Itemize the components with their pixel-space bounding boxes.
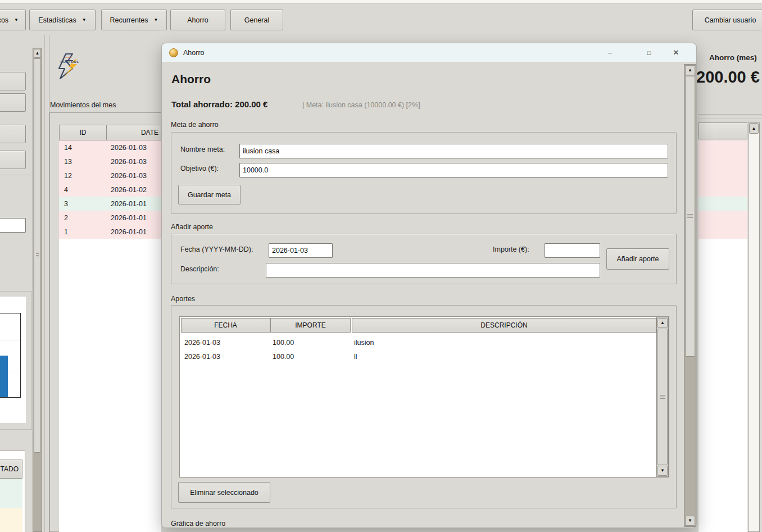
button-label: General — [244, 16, 269, 24]
panel-edge — [25, 451, 25, 532]
right-table-row-green — [698, 197, 747, 211]
table-row[interactable]: 22026-01-01 — [59, 211, 161, 225]
toolbar-button-general[interactable]: General — [230, 10, 283, 30]
amount-label: Importe (€): — [493, 245, 529, 253]
mini-chart-canvas — [0, 297, 26, 423]
contributions-label: Aportes — [171, 295, 195, 303]
scroll-up-button[interactable]: ▲ — [685, 65, 695, 75]
column-header-label: DESCRIPCIÓN — [480, 321, 527, 329]
scroll-up-button[interactable]: ▲ — [749, 123, 759, 134]
scroll-up-button[interactable]: ▲ — [657, 318, 668, 328]
ahorro-dialog: Ahorro – □ ✕ Ahorro Total ahorrado: 200.… — [161, 43, 697, 528]
contrib-header-importe[interactable]: IMPORTE — [270, 318, 351, 333]
table-row[interactable]: 2026-01-03 100.00 ilusion — [180, 335, 656, 349]
date-label: Fecha (YYYY-MM-DD): — [180, 245, 253, 253]
table-row[interactable]: 12026-01-01 — [59, 225, 161, 239]
button-label: Ahorro — [187, 16, 208, 24]
right-table-body — [698, 239, 747, 532]
dialog-scrollbar-thumb[interactable] — [685, 76, 695, 357]
movements-header-id[interactable]: ID — [59, 125, 107, 140]
app-window-icon — [169, 48, 178, 57]
table-row[interactable]: 42026-01-02 — [59, 183, 161, 197]
sidebar-partial-button[interactable] — [0, 151, 26, 169]
minimize-icon: – — [607, 48, 611, 57]
scroll-up-button[interactable]: ▲ — [34, 49, 41, 58]
goal-section-label: Meta de ahorro — [171, 121, 219, 129]
table-row[interactable]: 2026-01-03 100.00 ll — [180, 349, 656, 363]
panel-divider — [0, 175, 31, 175]
table-row[interactable]: 142026-01-03 — [59, 140, 161, 154]
contributions-scrollbar[interactable]: ▲ ▼ — [656, 317, 669, 477]
goal-name-input[interactable] — [239, 144, 668, 158]
table-row[interactable]: 32026-01-01 — [59, 197, 161, 211]
toolbar-button-ahorro[interactable]: Ahorro — [170, 10, 225, 30]
contrib-header-fecha[interactable]: FECHA — [181, 318, 270, 333]
right-table-header[interactable] — [698, 122, 747, 139]
panel-divider — [698, 114, 762, 115]
table-row[interactable]: 122026-01-03 — [59, 169, 161, 183]
main-scrollbar[interactable]: ▲ — [748, 122, 760, 532]
scroll-up-icon: ▲ — [660, 321, 665, 325]
table-row[interactable]: 132026-01-03 — [59, 154, 161, 169]
sidebar-partial-button[interactable] — [0, 72, 26, 90]
toolbar-button-partial[interactable]: cos ▼ — [0, 10, 26, 30]
sidebar-partial-button[interactable] — [0, 93, 26, 112]
toolbar-partial-label: cos — [0, 16, 8, 24]
logo-script: ~~~ — [65, 56, 72, 60]
total-saved-label: Total ahorrado: 200.00 € — [171, 99, 267, 109]
button-label: Cambiar usuario — [705, 16, 756, 24]
chevron-down-icon: ▼ — [14, 18, 19, 22]
goal-target-input[interactable] — [239, 163, 668, 178]
bottom-left-header-partial[interactable]: TADO — [0, 460, 22, 479]
close-button[interactable]: ✕ — [664, 43, 688, 62]
column-header-label: TADO — [1, 465, 19, 473]
page-title: Ahorro — [171, 72, 211, 86]
add-contribution-button[interactable]: Añadir aporte — [606, 248, 669, 270]
savings-month-amount: 200.00 € — [696, 68, 760, 87]
delete-selected-button[interactable]: Eliminar seleccionado — [178, 482, 270, 503]
column-header-label: FECHA — [214, 321, 237, 329]
sidebar-partial-input[interactable] — [0, 218, 26, 233]
maximize-button[interactable]: □ — [637, 43, 661, 62]
movements-header-date[interactable]: DATE — [106, 125, 161, 140]
contrib-header-descripcion[interactable]: DESCRIPCIÓN — [352, 318, 656, 333]
bottom-left-row-cream — [0, 508, 22, 532]
scroll-down-button[interactable]: ▼ — [657, 466, 668, 476]
description-input[interactable] — [266, 263, 600, 278]
left-scrollbar-thumb[interactable] — [34, 58, 41, 453]
bottom-left-row-green — [0, 479, 22, 508]
mini-chart-axes — [0, 313, 21, 398]
left-scrollbar[interactable]: ▲ — [33, 48, 42, 532]
scroll-up-icon: ▲ — [688, 68, 692, 72]
minimize-button[interactable]: – — [597, 43, 622, 62]
column-header-label: DATE — [141, 129, 158, 137]
maximize-icon: □ — [647, 49, 651, 56]
contributions-table: FECHA IMPORTE DESCRIPCIÓN 2026-01-03 100… — [179, 316, 669, 478]
window-top-edge — [0, 0, 762, 3]
goal-summary-label: | Meta: ilusion casa (10000.00 €) [2%] — [302, 101, 420, 109]
right-table-rows-pink — [698, 211, 747, 239]
button-label: Recurrentes — [110, 16, 148, 24]
close-icon: ✕ — [673, 48, 679, 57]
change-user-button[interactable]: Cambiar usuario — [692, 10, 762, 30]
button-label: Guardar meta — [188, 191, 231, 199]
panel-edge — [44, 35, 45, 532]
scrollbar-grip — [687, 214, 693, 219]
scroll-up-icon: ▲ — [752, 126, 756, 131]
sidebar-partial-button[interactable] — [0, 125, 26, 143]
scroll-down-icon: ▼ — [660, 469, 665, 473]
button-label: Eliminar seleccionado — [190, 489, 258, 497]
column-header-label: ID — [80, 129, 87, 137]
date-input[interactable] — [269, 243, 333, 258]
goal-target-label: Objetivo (€): — [180, 165, 219, 172]
scrollbar-thumb[interactable] — [657, 329, 668, 465]
toolbar-button-estadisticas[interactable]: Estadísticas ▼ — [29, 10, 96, 30]
scroll-down-button[interactable]: ▼ — [685, 516, 695, 526]
amount-input[interactable] — [545, 243, 600, 258]
dialog-scrollbar[interactable]: ▲ ▼ — [684, 64, 696, 527]
right-table-rows-pink — [698, 140, 747, 197]
save-goal-button[interactable]: Guardar meta — [178, 185, 241, 204]
toolbar-button-recurrentes[interactable]: Recurrentes ▼ — [101, 10, 167, 30]
scrollbar-grip — [36, 253, 39, 258]
gridline — [0, 340, 20, 340]
